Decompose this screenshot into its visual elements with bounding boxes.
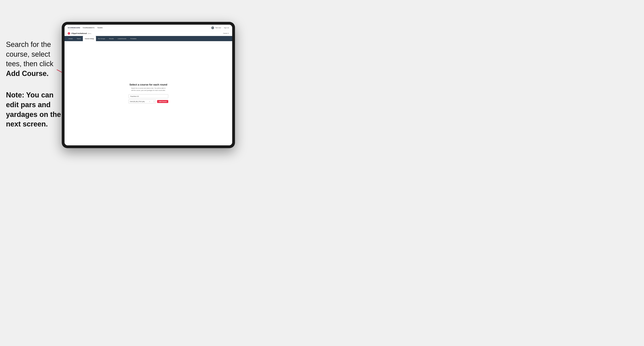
- tee-select[interactable]: Gold (M) (M) (7010 yds) ✕ ▲ ▼: [128, 99, 156, 103]
- tee-up-icon[interactable]: ▲: [154, 100, 154, 101]
- note-text: Note: You canedit pars andyardages on th…: [6, 90, 62, 129]
- tab-details[interactable]: Details: [66, 36, 75, 41]
- instructions-panel: Search for thecourse, selecttees, then c…: [6, 40, 62, 129]
- nav-tournaments[interactable]: TOURNAMENTS: [83, 27, 94, 28]
- tab-course-setup[interactable]: Course Setup: [83, 36, 96, 41]
- logo: SCOREBOARD Powered by clippd: [68, 25, 80, 30]
- logo-area: SCOREBOARD Powered by clippd: [68, 25, 80, 30]
- tab-tee-groups[interactable]: Tee Groups: [96, 36, 107, 41]
- tournament-title: Clippd Invitational: [71, 32, 87, 34]
- course-search-input[interactable]: [128, 94, 168, 98]
- cancel-button[interactable]: Cancel ✕: [223, 33, 229, 34]
- tee-select-value: Gold (M) (M) (7010 yds): [130, 101, 145, 102]
- tab-teams[interactable]: Teams: [75, 36, 83, 41]
- tee-down-icon[interactable]: ▼: [154, 102, 154, 103]
- top-nav-links: TOURNAMENTS TEAMS: [83, 27, 211, 28]
- tablet-frame: SCOREBOARD Powered by clippd TOURNAMENTS…: [62, 22, 235, 148]
- tablet-screen: SCOREBOARD Powered by clippd TOURNAMENTS…: [64, 25, 232, 145]
- select-course-title: Select a course for each round: [130, 83, 167, 86]
- tournament-icon: C: [68, 32, 70, 35]
- add-course-button[interactable]: Add Course: [157, 100, 168, 103]
- sign-out-link[interactable]: Sign out: [224, 27, 229, 28]
- tee-select-row: Gold (M) (M) (7010 yds) ✕ ▲ ▼ Add Course: [128, 99, 168, 103]
- user-avatar: T: [211, 26, 214, 29]
- tournament-header: C Clippd Invitational (Men) Cancel ✕: [64, 31, 232, 36]
- logo-text: SCOREBOARD: [68, 27, 80, 29]
- user-name: Test User: [215, 27, 221, 28]
- tee-select-controls[interactable]: ▲ ▼: [154, 100, 154, 103]
- tab-printables[interactable]: Printables: [128, 36, 138, 41]
- main-content: Select a course for each round Search fo…: [64, 41, 232, 145]
- instruction-bold: Add Course.: [6, 69, 48, 78]
- tee-clear-icon[interactable]: ✕: [149, 101, 150, 102]
- separator: |: [222, 27, 223, 28]
- tab-results[interactable]: Results: [107, 36, 116, 41]
- tab-leaderboards[interactable]: Leaderboards: [116, 36, 128, 41]
- nav-teams[interactable]: TEAMS: [98, 27, 103, 28]
- top-nav: SCOREBOARD Powered by clippd TOURNAMENTS…: [64, 25, 232, 31]
- tournament-subtitle: (Men): [88, 33, 91, 34]
- logo-sub: Powered by clippd: [68, 29, 80, 30]
- tab-nav: Details Teams Course Setup Tee Groups Re…: [64, 36, 232, 41]
- top-nav-right: T Test User | Sign out: [211, 26, 229, 29]
- select-course-description: Search for a course and select a tee. Yo…: [130, 87, 166, 91]
- instruction-text: Search for thecourse, selecttees, then c…: [6, 40, 53, 78]
